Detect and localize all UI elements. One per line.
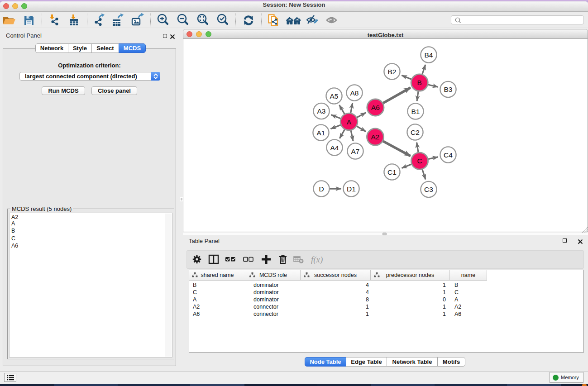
svg-text:A1: A1 [317,129,325,137]
svg-text:A4: A4 [330,144,339,152]
svg-text:C2: C2 [411,129,420,136]
svg-text:A8: A8 [350,89,359,97]
svg-text:B1: B1 [411,108,420,115]
svg-text:C1: C1 [387,168,397,176]
svg-text:D1: D1 [347,185,356,193]
svg-text:A: A [347,118,352,126]
svg-text:A3: A3 [317,107,326,115]
svg-text:A2: A2 [371,133,380,141]
svg-text:B: B [417,79,422,86]
svg-text:D: D [319,185,324,193]
svg-text:C: C [417,157,422,165]
svg-text:C3: C3 [424,186,433,193]
svg-text:B3: B3 [444,86,453,93]
svg-text:A5: A5 [330,92,339,100]
svg-text:C4: C4 [444,151,453,159]
svg-text:B2: B2 [388,68,397,76]
svg-text:A7: A7 [351,148,360,155]
svg-text:A6: A6 [371,104,380,111]
svg-text:B4: B4 [425,51,433,59]
